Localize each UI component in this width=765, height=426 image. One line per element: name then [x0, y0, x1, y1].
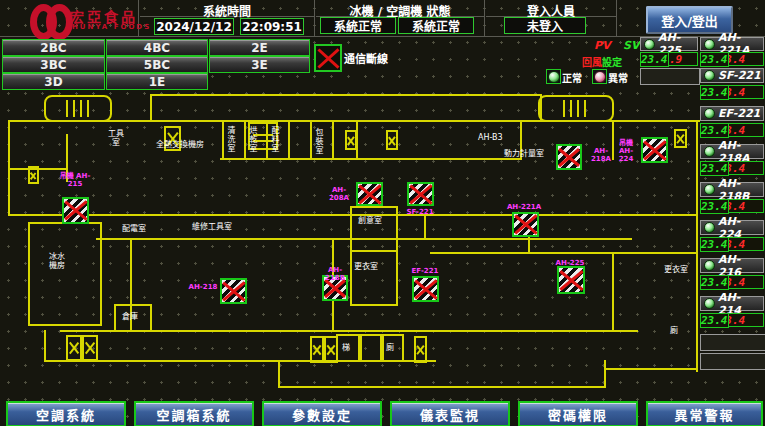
wall-segment	[430, 252, 612, 254]
unit-ah-221a[interactable]: AH-221A	[700, 37, 764, 51]
floor-button-5bc[interactable]: 5BC	[106, 56, 208, 73]
room-label: AH-B3	[478, 133, 503, 142]
nav-ahu-system-button[interactable]: 空調箱系統	[134, 401, 254, 426]
chiller-status-value: 系統正常	[320, 17, 396, 34]
unit-ah-214[interactable]: AH-214	[700, 296, 764, 311]
wall-segment	[44, 330, 46, 362]
stairwell-icon	[44, 95, 112, 122]
unit-values: 23.423.4	[700, 237, 764, 251]
normal-label: 正常	[562, 70, 582, 85]
ac-status-value: 系統正常	[398, 17, 474, 34]
map-unit-label: AH-218	[188, 283, 218, 291]
map-unit-label: AH-218B	[318, 266, 352, 282]
floor-button-2bc[interactable]: 2BC	[2, 39, 105, 56]
nav-ac-system-button[interactable]: 空調系統	[6, 401, 126, 426]
map-unit-ef-221-icon[interactable]	[412, 276, 439, 302]
comm-fail-label: 通信斷線	[344, 50, 388, 66]
pink-led-icon	[594, 71, 606, 83]
unit-ah-218a[interactable]: AH-218A	[700, 144, 764, 159]
abnormal-led	[592, 69, 607, 84]
room-label: 梯	[342, 343, 350, 352]
unit-status-led	[704, 39, 715, 50]
nav-parameter-settings-button[interactable]: 參數設定	[262, 401, 382, 426]
company-logo-icon	[46, 4, 73, 40]
abnormal-label: 異常	[608, 70, 628, 85]
unit-ah-225[interactable]: AH-225	[640, 37, 698, 51]
room-label: 廁	[670, 326, 678, 335]
wall-segment	[350, 250, 398, 252]
nav-alarm-button[interactable]: 異常警報	[646, 401, 763, 426]
map-unit-label: SF-221	[405, 208, 435, 216]
unit-ah-218b[interactable]: AH-218B	[700, 182, 764, 197]
room-label: 清洗室	[226, 126, 235, 153]
room-label: 廁	[386, 343, 394, 352]
wall-segment	[222, 120, 224, 160]
login-logout-button[interactable]: 登入/登出	[646, 6, 733, 34]
floor-button-3bc[interactable]: 3BC	[2, 56, 105, 73]
room-label: 配電室	[122, 224, 146, 233]
room-label: 倉庫	[122, 312, 138, 321]
unit-status-led	[704, 108, 715, 119]
green-led-icon	[548, 71, 560, 83]
wall-segment	[150, 94, 542, 96]
header-separator	[314, 0, 315, 36]
comm-fail-icon	[314, 44, 342, 72]
unit-ah-216[interactable]: AH-216	[700, 258, 764, 273]
unit-ah-224[interactable]: AH-224	[700, 220, 764, 235]
system-date-value: 2024/12/12	[154, 18, 234, 35]
return-air-setting-label: 回風設定	[582, 54, 622, 69]
unit-values: 23.423.4	[700, 199, 764, 213]
room-label: 全熱交換機房	[156, 140, 204, 149]
wall-segment	[424, 214, 426, 240]
map-unit-label: AH-221A	[506, 203, 542, 211]
shaft-x-icon	[82, 335, 98, 361]
map-unit-ah-218-icon[interactable]	[220, 278, 247, 304]
sv-value: 23.4	[700, 313, 729, 328]
nav-password-permission-button[interactable]: 密碼權限	[518, 401, 638, 426]
map-unit-ah-225-icon[interactable]	[557, 266, 585, 294]
room-label: 維修工具室	[192, 222, 232, 231]
header-separator	[484, 0, 485, 36]
hmi-screen: { "header": { "brand": "宏亞食品", "brand_en…	[0, 0, 765, 426]
sv-value: 23.4	[700, 123, 729, 138]
floor-button-3d[interactable]: 3D	[2, 73, 105, 90]
unit-ef-221[interactable]: EF-221	[700, 106, 764, 121]
unit-name: EF-221	[718, 107, 760, 120]
wall-segment	[288, 120, 290, 160]
unit-status-led	[704, 184, 715, 195]
map-unit-ah-221a-icon[interactable]	[512, 212, 539, 237]
map-unit-ah-208a-icon[interactable]	[356, 182, 383, 206]
header-bar: 宏亞食品 HUNYA FOODS 系統時間 2024/12/12 22:09:5…	[0, 0, 765, 37]
shaft-x-icon	[386, 130, 398, 150]
unit-sf-221[interactable]: SF-221	[700, 68, 764, 83]
shaft-x-icon	[324, 336, 338, 363]
unit-status-led	[704, 298, 715, 309]
wall-segment	[332, 120, 334, 160]
map-unit-ah-218a-icon[interactable]	[556, 144, 582, 170]
map-unit-sf-221-icon[interactable]	[407, 182, 434, 206]
map-unit-ah-215-icon[interactable]	[62, 197, 89, 224]
floor-button-4bc[interactable]: 4BC	[106, 39, 208, 56]
room-label: 包裝室	[314, 128, 323, 155]
floor-button-3e[interactable]: 3E	[209, 56, 310, 73]
room-label: 動力計量室	[504, 149, 544, 158]
nav-meter-monitor-button[interactable]: 儀表監視	[390, 401, 510, 426]
unit-status-led	[644, 39, 655, 50]
map-unit-label: AH-218A	[584, 147, 618, 163]
login-status-value: 未登入	[504, 17, 586, 34]
unit-values: 23.423.4	[700, 161, 764, 175]
elevator-cell	[360, 334, 382, 362]
sv-value: 23.4	[640, 52, 669, 67]
header-separator	[616, 0, 617, 36]
unit-values: 23.9 23.4	[640, 52, 698, 66]
unit-status-led	[704, 260, 715, 271]
unit-status-led	[704, 70, 715, 81]
floor-button-2e[interactable]: 2E	[209, 39, 310, 56]
room-label: 創意室	[358, 216, 382, 225]
wall-segment	[150, 94, 152, 122]
normal-led	[546, 69, 561, 84]
map-unit-label: EF-221	[410, 267, 440, 275]
room-label: 更衣室	[664, 265, 688, 274]
floor-button-1e[interactable]: 1E	[106, 73, 208, 90]
map-unit-ah-224-icon[interactable]	[641, 137, 668, 163]
